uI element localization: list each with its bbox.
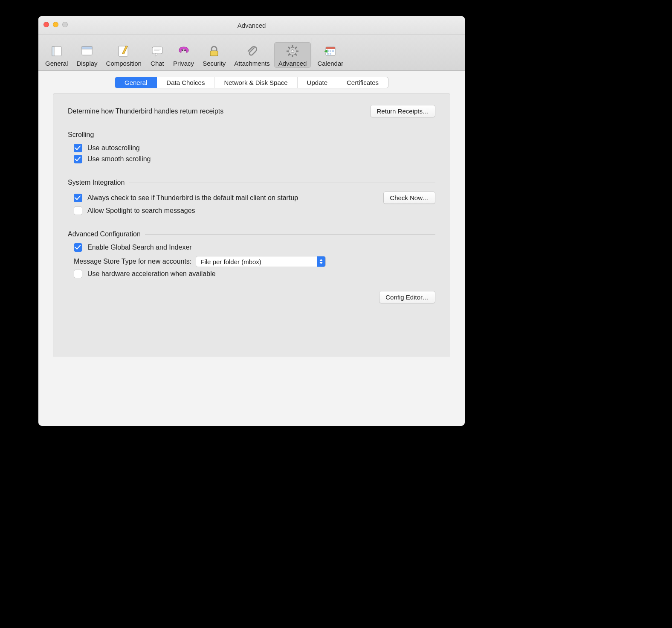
config-editor-button[interactable]: Config Editor… <box>379 291 435 303</box>
attachments-icon <box>245 44 259 58</box>
svg-rect-3 <box>82 47 92 49</box>
spotlight-checkbox[interactable] <box>74 206 82 215</box>
general-icon <box>49 44 64 58</box>
check-now-button[interactable]: Check Now… <box>383 192 435 204</box>
tool-label: Attachments <box>234 60 269 67</box>
tool-label: Security <box>203 60 226 67</box>
divider <box>98 135 435 135</box>
tool-general[interactable]: General <box>41 42 72 68</box>
tool-composition[interactable]: Composition <box>102 42 146 68</box>
tool-label: Calendar <box>317 60 343 67</box>
chat-icon <box>150 44 165 58</box>
section-title: System Integration <box>68 179 125 186</box>
tool-label: Advanced <box>278 60 307 67</box>
section-system-integration: System Integration <box>68 179 435 186</box>
svg-line-20 <box>295 54 297 55</box>
tool-advanced[interactable]: Advanced <box>274 42 311 68</box>
gear-icon <box>285 44 300 58</box>
svg-point-14 <box>291 50 294 53</box>
svg-rect-27 <box>332 50 334 52</box>
svg-line-22 <box>288 54 290 55</box>
calendar-icon <box>323 44 338 58</box>
hardware-acceleration-label: Use hardware acceleration when available <box>87 270 216 278</box>
svg-rect-24 <box>326 47 335 49</box>
tool-label: Privacy <box>173 60 194 67</box>
svg-rect-12 <box>210 51 218 56</box>
section-advanced-configuration: Advanced Configuration <box>68 230 435 238</box>
zoom-icon <box>62 22 68 27</box>
svg-rect-26 <box>330 50 331 52</box>
return-receipts-description: Determine how Thunderbird handles return… <box>68 108 223 115</box>
content-panel: Determine how Thunderbird handles return… <box>53 93 450 357</box>
autoscrolling-label: Use autoscrolling <box>87 144 140 152</box>
tool-label: Display <box>76 60 97 67</box>
subtab-data-choices[interactable]: Data Choices <box>157 77 214 88</box>
autoscrolling-checkbox[interactable] <box>74 144 82 152</box>
tool-attachments[interactable]: Attachments <box>230 42 274 68</box>
preferences-window: Advanced General Display Composition <box>38 16 465 426</box>
section-title: Scrolling <box>68 131 94 139</box>
select-stepper-icon <box>317 256 325 267</box>
subtab-general[interactable]: General <box>115 77 157 88</box>
section-title: Advanced Configuration <box>68 230 141 238</box>
svg-rect-29 <box>330 53 331 55</box>
subtab-network-disk[interactable]: Network & Disk Space <box>214 77 297 88</box>
default-mail-client-label: Always check to see if Thunderbird is th… <box>87 194 298 202</box>
svg-rect-28 <box>327 53 329 55</box>
svg-point-11 <box>184 49 186 51</box>
return-receipts-button[interactable]: Return Receipts… <box>370 105 435 117</box>
tool-security[interactable]: Security <box>198 42 230 68</box>
tool-calendar[interactable]: Calendar <box>313 42 348 68</box>
smooth-scrolling-checkbox[interactable] <box>74 155 82 163</box>
default-mail-client-checkbox[interactable] <box>74 194 82 202</box>
tool-chat[interactable]: Chat <box>146 42 169 68</box>
smooth-scrolling-label: Use smooth scrolling <box>87 155 151 163</box>
tool-label: General <box>45 60 68 67</box>
hardware-acceleration-checkbox[interactable] <box>74 270 82 278</box>
message-store-type-value: File per folder (mbox) <box>196 257 317 266</box>
window-title: Advanced <box>238 22 266 29</box>
svg-point-10 <box>182 49 183 51</box>
subtab-update[interactable]: Update <box>298 77 337 88</box>
toolbar-separator <box>312 38 312 64</box>
tool-display[interactable]: Display <box>72 42 101 68</box>
svg-rect-6 <box>152 47 162 54</box>
subtab-bar: General Data Choices Network & Disk Spac… <box>38 71 465 88</box>
message-store-type-select[interactable]: File per folder (mbox) <box>196 256 326 267</box>
svg-marker-7 <box>155 53 158 56</box>
security-icon <box>207 44 221 58</box>
tool-label: Composition <box>106 60 142 67</box>
privacy-icon <box>177 44 191 58</box>
section-scrolling: Scrolling <box>68 131 435 139</box>
svg-line-21 <box>295 47 297 49</box>
traffic-lights <box>43 22 68 27</box>
minimize-icon[interactable] <box>53 22 58 27</box>
display-icon <box>80 44 94 58</box>
close-icon[interactable] <box>43 22 49 27</box>
divider <box>145 234 435 235</box>
spotlight-label: Allow Spotlight to search messages <box>87 207 195 215</box>
svg-line-19 <box>288 47 290 49</box>
global-search-checkbox[interactable] <box>74 243 82 252</box>
global-search-label: Enable Global Search and Indexer <box>87 244 192 251</box>
svg-rect-1 <box>52 47 54 56</box>
preferences-toolbar: General Display Composition Chat <box>38 35 465 71</box>
titlebar: Advanced <box>38 16 465 35</box>
divider <box>129 183 435 183</box>
subtab-certificates[interactable]: Certificates <box>337 77 388 88</box>
message-store-type-label: Message Store Type for new accounts: <box>74 258 191 265</box>
tool-label: Chat <box>151 60 164 67</box>
tool-privacy[interactable]: Privacy <box>169 42 198 68</box>
composition-icon <box>116 44 131 58</box>
